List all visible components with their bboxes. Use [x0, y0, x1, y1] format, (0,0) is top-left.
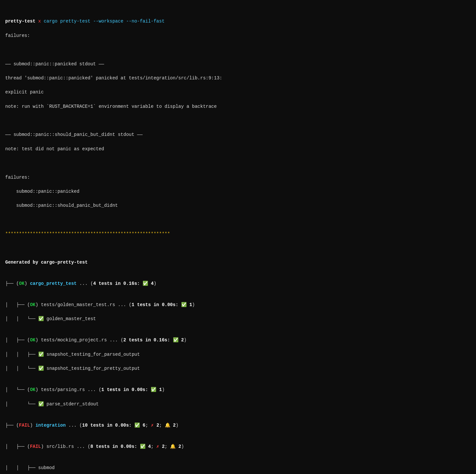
failures-label: failures:: [5, 174, 471, 181]
generated-by: Generated by cargo-pretty-test: [5, 259, 471, 266]
golden-master-ok: │ ├── (OK) tests/golden_master_test.rs .…: [5, 302, 471, 309]
snapshot-parsed: │ │ ├── ✅ snapshot_testing_for_parsed_ou…: [5, 351, 471, 358]
divider-should-panic: —— submod::panic::should_panic_but_didnt…: [5, 131, 471, 139]
explicit-panic-line: explicit panic: [5, 89, 471, 96]
golden-master-test: │ │ └── ✅ golden_master_test: [5, 316, 471, 323]
stars-line: ****************************************…: [5, 231, 471, 238]
mocking-ok: │ ├── (OK) tests/mocking_project.rs ... …: [5, 337, 471, 344]
submod-label: │ │ ├── submod: [5, 465, 471, 472]
parsing-ok: │ └── (OK) tests/parsing.rs ... (1 tests…: [5, 386, 471, 394]
integration-fail-line: ├── (FAIL) integration ... (10 tests in …: [5, 422, 471, 429]
note-did-not-panic: note: test did not panic as expected: [5, 146, 471, 153]
note-backtrace: note: run with `RUST_BACKTRACE=1` enviro…: [5, 103, 471, 110]
src-lib-fail: │ ├── (FAIL) src/lib.rs ... (8 tests in …: [5, 443, 471, 450]
failure-2: submod::panic::should_panic_but_didnt: [5, 202, 471, 209]
root-ok-line: ├── (OK) cargo_pretty_test ... (4 tests …: [5, 280, 471, 287]
terminal-output: pretty-test x cargo pretty-test --worksp…: [5, 4, 471, 474]
thread-panic-line: thread 'submod::panic::panicked' panicke…: [5, 75, 471, 82]
failures-header: failures:: [5, 32, 471, 40]
parse-stderr: │ └── ✅ parse_stderr_stdout: [5, 401, 471, 408]
failure-1: submod::panic::panicked: [5, 188, 471, 195]
snapshot-pretty: │ │ └── ✅ snapshot_testing_for_pretty_ou…: [5, 365, 471, 372]
divider-panic: —— submod::panic::panicked stdout ——: [5, 61, 471, 68]
command-line: pretty-test x cargo pretty-test --worksp…: [5, 18, 471, 25]
